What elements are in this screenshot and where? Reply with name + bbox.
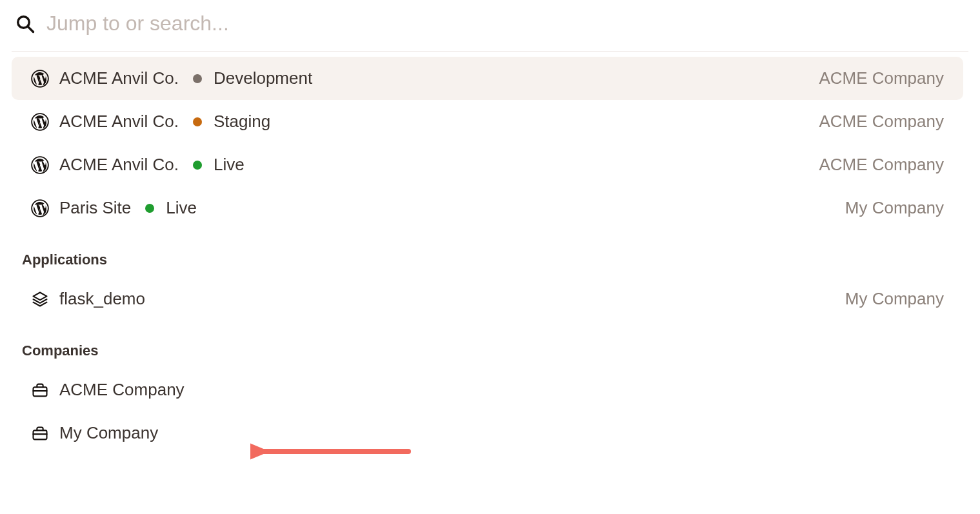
company-label: ACME Company (819, 68, 944, 88)
svg-rect-9 (34, 430, 47, 439)
company-item[interactable]: ACME Company (12, 368, 963, 411)
environment-label: Development (214, 68, 312, 88)
site-name: ACME Anvil Co. (59, 112, 179, 132)
briefcase-icon (31, 424, 49, 442)
company-label: ACME Company (819, 155, 944, 175)
environment-label: Live (166, 198, 197, 218)
svg-line-1 (28, 26, 33, 32)
applications-header: Applications (12, 230, 963, 277)
site-name: ACME Anvil Co. (59, 68, 179, 88)
application-name: flask_demo (59, 289, 145, 309)
briefcase-icon (31, 381, 49, 399)
site-name: ACME Anvil Co. (59, 155, 179, 175)
wordpress-icon (31, 113, 49, 131)
layers-icon (31, 290, 49, 308)
svg-marker-6 (34, 292, 47, 300)
wordpress-icon (31, 156, 49, 174)
search-bar[interactable] (0, 0, 980, 51)
companies-header: Companies (12, 321, 963, 368)
search-input[interactable] (46, 12, 965, 35)
company-name: ACME Company (59, 380, 185, 400)
environment-label: Live (214, 155, 245, 175)
environment-status-dot (193, 74, 202, 83)
application-item[interactable]: flask_demoMy Company (12, 277, 963, 321)
svg-rect-7 (34, 387, 47, 396)
results-list[interactable]: ACME Anvil Co.DevelopmentACME CompanyACM… (12, 57, 968, 495)
company-label: ACME Company (819, 112, 944, 132)
company-label: My Company (845, 198, 944, 218)
company-label: My Company (845, 289, 944, 309)
site-name: Paris Site (59, 198, 131, 218)
environment-label: Staging (214, 112, 270, 132)
divider (12, 51, 968, 52)
site-item[interactable]: ACME Anvil Co.DevelopmentACME Company (12, 57, 963, 100)
environment-status-dot (145, 204, 154, 213)
environment-status-dot (193, 117, 202, 126)
wordpress-icon (31, 70, 49, 88)
site-item[interactable]: ACME Anvil Co.LiveACME Company (12, 143, 963, 186)
company-name: My Company (59, 423, 158, 443)
search-icon (15, 14, 35, 34)
site-item[interactable]: ACME Anvil Co.StagingACME Company (12, 100, 963, 143)
site-item[interactable]: Paris SiteLiveMy Company (12, 186, 963, 230)
environment-status-dot (193, 161, 202, 170)
company-item[interactable]: My Company (12, 411, 963, 455)
wordpress-icon (31, 199, 49, 217)
